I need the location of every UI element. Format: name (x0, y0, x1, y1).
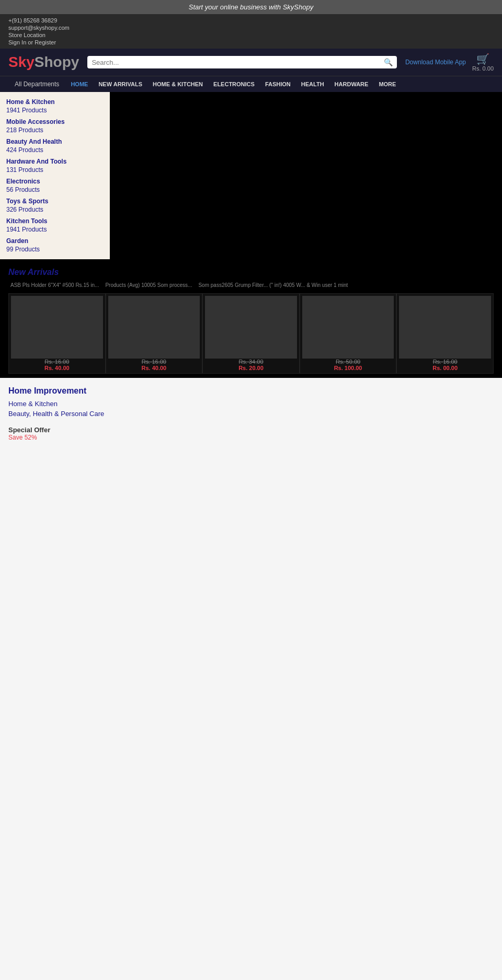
product-card-4[interactable]: Rs. 50.00 Rs. 100.00 (300, 293, 397, 374)
special-offer-area: Special Offer Save 52% (8, 426, 494, 441)
hero-banner (110, 92, 502, 259)
nav-more[interactable]: MORE (373, 77, 401, 91)
product-card-5[interactable]: Rs. 16.00 Rs. 00.00 (396, 293, 494, 374)
save-percent-text: Save 52% (8, 434, 494, 441)
cart-icon: 🛒 (476, 53, 489, 65)
cat-home-kitchen-count[interactable]: 1941 Products (0, 106, 110, 116)
nav-hardware[interactable]: HARDWARE (329, 77, 374, 91)
cat-home-kitchen[interactable]: Home & Kitchen (0, 96, 110, 106)
nav-bar: All Departments HOME NEW ARRIVALS HOME &… (0, 76, 502, 92)
support-email[interactable]: support@skyshopy.com (8, 25, 494, 31)
cat-hardware-count[interactable]: 131 Products (0, 166, 110, 176)
home-kitchen-link[interactable]: Home & Kitchen (8, 400, 494, 408)
product-card-2[interactable]: Rs. 16.00 Rs. 40.00 (106, 293, 203, 374)
cat-toys-sports[interactable]: Toys & Sports (0, 195, 110, 205)
product-new-price-3: Rs. 20.00 (205, 365, 297, 371)
product-old-price-5: Rs. 16.00 (399, 359, 491, 365)
all-departments-link[interactable]: All Departments (8, 76, 65, 92)
cat-beauty-health[interactable]: Beauty And Health (0, 136, 110, 146)
top-banner-text: Start your online business with SkyShopy (189, 3, 313, 11)
mobile-app-link[interactable]: Download Mobile App (405, 59, 466, 66)
cat-mobile-accessories[interactable]: Mobile Accessories (0, 116, 110, 126)
nav-fashion[interactable]: FASHION (260, 77, 296, 91)
category-menu: Home & Kitchen 1941 Products Mobile Acce… (0, 92, 110, 259)
product-image-4 (302, 296, 394, 359)
cat-mobile-count[interactable]: 218 Products (0, 126, 110, 136)
product-new-price-4: Rs. 100.00 (302, 365, 394, 371)
nav-new-arrivals[interactable]: NEW ARRIVALS (93, 77, 147, 91)
products-row: Rs. 16.00 Rs. 40.00 Rs. 16.00 Rs. 40.00 … (8, 293, 494, 374)
store-location-link[interactable]: Store Location (8, 32, 494, 38)
new-arrivals-title: New Arrivals (8, 263, 494, 281)
nav-electronics[interactable]: ELECTRONICS (208, 77, 260, 91)
new-arrivals-section: New Arrivals ASB Pls Holder 6"X4" #500 R… (0, 259, 502, 378)
cat-kitchen-count[interactable]: 1941 Products (0, 225, 110, 235)
search-bar-container: 🔍 (87, 56, 397, 68)
nav-health[interactable]: HEALTH (296, 77, 329, 91)
special-offer-label: Special Offer (8, 426, 494, 434)
contact-bar: +(91) 85268 36829 support@skyshopy.com S… (0, 14, 502, 49)
header-actions: Download Mobile App 🛒 Rs. 0.00 (405, 53, 494, 72)
product-old-price-4: Rs. 50.00 (302, 359, 394, 365)
nav-home-kitchen[interactable]: HOME & KITCHEN (147, 77, 208, 91)
product-new-price-2: Rs. 40.00 (108, 365, 200, 371)
search-input[interactable] (92, 59, 384, 66)
product-card-3[interactable]: Rs. 34.00 Rs. 20.00 (202, 293, 300, 374)
cart-area[interactable]: 🛒 Rs. 0.00 (472, 53, 494, 72)
search-button[interactable]: 🔍 (384, 58, 393, 66)
product-old-price-2: Rs. 16.00 (108, 359, 200, 365)
content-spacer (0, 449, 502, 920)
product-new-price-5: Rs. 00.00 (399, 365, 491, 371)
product-scroll-row: ASB Pls Holder 6"X4" #500 Rs.15 in... Pr… (8, 281, 494, 293)
phone-number: +(91) 85268 36829 (8, 17, 494, 24)
product-image-1 (11, 296, 103, 359)
scroll-label-2: Products (Avg) 10005 Som process... (103, 281, 194, 289)
product-image-3 (205, 296, 297, 359)
logo-sky: Sky (8, 54, 35, 70)
product-old-price-3: Rs. 34.00 (205, 359, 297, 365)
cat-hardware-tools[interactable]: Hardware And Tools (0, 156, 110, 166)
product-card-1[interactable]: Rs. 16.00 Rs. 40.00 (8, 293, 106, 374)
cart-amount: Rs. 0.00 (472, 65, 494, 72)
beauty-health-link[interactable]: Beauty, Health & Personal Care (8, 410, 494, 418)
scroll-label-3: Som pass2605 Grump Filter... (" in!) 400… (196, 281, 350, 289)
cat-electronics[interactable]: Electronics (0, 176, 110, 186)
cat-toys-count[interactable]: 326 Products (0, 205, 110, 215)
top-banner: Start your online business with SkyShopy (0, 0, 502, 14)
product-image-2 (108, 296, 200, 359)
home-improvement-title: Home Improvement (8, 386, 494, 396)
product-new-price-1: Rs. 40.00 (11, 365, 103, 371)
nav-home[interactable]: HOME (65, 77, 93, 91)
cat-garden[interactable]: Garden (0, 235, 110, 245)
cat-kitchen-tools[interactable]: Kitchen Tools (0, 215, 110, 225)
logo-shopy: Shopy (35, 54, 79, 70)
scroll-label-1: ASB Pls Holder 6"X4" #500 Rs.15 in... (8, 281, 101, 289)
cat-electronics-count[interactable]: 56 Products (0, 186, 110, 195)
main-content-area: Home & Kitchen 1941 Products Mobile Acce… (0, 92, 502, 259)
sign-in-link[interactable]: Sign In or Register (8, 39, 494, 45)
product-old-price-1: Rs. 16.00 (11, 359, 103, 365)
home-improvement-section: Home Improvement Home & Kitchen Beauty, … (0, 378, 502, 449)
cat-garden-count[interactable]: 99 Products (0, 245, 110, 255)
header: SkyShopy 🔍 Download Mobile App 🛒 Rs. 0.0… (0, 49, 502, 76)
logo[interactable]: SkyShopy (8, 54, 79, 71)
cat-beauty-count[interactable]: 424 Products (0, 146, 110, 156)
product-image-5 (399, 296, 491, 359)
